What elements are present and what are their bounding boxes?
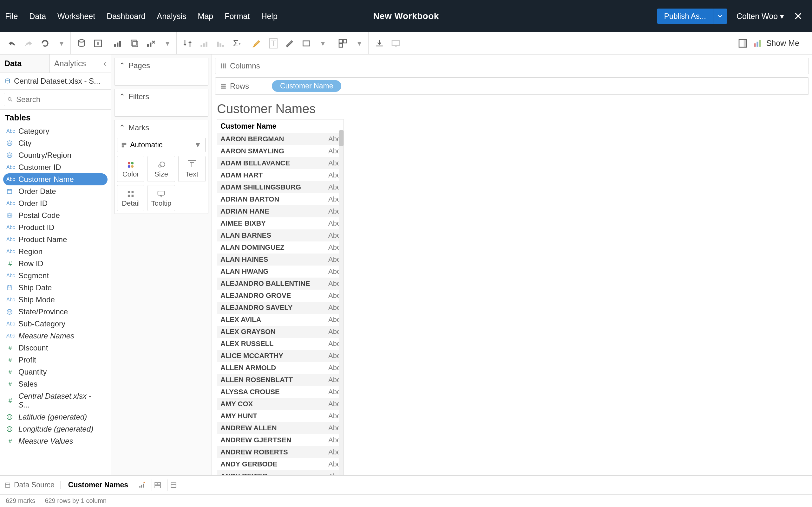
sort-asc-button[interactable] <box>198 38 210 49</box>
sort-desc-button[interactable] <box>215 38 226 49</box>
publish-dropdown[interactable] <box>713 9 727 24</box>
table-row[interactable]: ALEX GRAYSONAbc <box>217 326 344 338</box>
table-row[interactable]: ANDY GERBODEAbc <box>217 458 344 470</box>
field-item[interactable]: #Measure Values <box>3 435 107 447</box>
pill-customer-name[interactable]: Customer Name <box>272 80 341 92</box>
user-menu[interactable]: Colten Woo ▾ <box>737 12 784 21</box>
new-datasource-button[interactable] <box>76 38 87 49</box>
menu-data[interactable]: Data <box>29 12 46 21</box>
table-row[interactable]: ALEJANDRO BALLENTINEAbc <box>217 278 344 290</box>
field-item[interactable]: AbcOrder ID <box>3 198 107 210</box>
mark-text[interactable]: TText <box>178 156 206 182</box>
table-row[interactable]: AARON BERGMANAbc <box>217 133 344 145</box>
field-item[interactable]: #Row ID <box>3 258 107 270</box>
marks-type-select[interactable]: Automatic ▼ <box>117 138 206 152</box>
table-row[interactable]: ALLEN ARMOLDAbc <box>217 362 344 374</box>
table-row[interactable]: ANDY REITERAbc <box>217 470 344 475</box>
table-row[interactable]: ALYSSA CROUSEAbc <box>217 386 344 398</box>
field-item[interactable]: AbcSub-Category <box>3 318 107 330</box>
field-item[interactable]: Longitude (generated) <box>3 423 107 435</box>
undo-button[interactable] <box>6 38 18 49</box>
table-row[interactable]: ALEX RUSSELLAbc <box>217 338 344 350</box>
datasource-item[interactable]: Central Dataset.xlsx - S... <box>0 73 111 90</box>
menu-format[interactable]: Format <box>224 12 250 21</box>
tab-data[interactable]: Data <box>0 55 50 72</box>
new-dashboard-tab[interactable] <box>152 480 163 491</box>
table-row[interactable]: ADRIAN BARTONAbc <box>217 193 344 205</box>
clear-button[interactable] <box>145 38 157 49</box>
labels-button[interactable]: T <box>268 38 279 49</box>
new-story-tab[interactable] <box>167 480 179 491</box>
field-item[interactable]: AbcSegment <box>3 270 107 282</box>
mark-color[interactable]: Color <box>117 156 144 182</box>
cards-dropdown[interactable]: ▾ <box>354 38 365 49</box>
mark-tooltip[interactable]: Tooltip <box>148 185 175 211</box>
present-button[interactable] <box>390 38 402 49</box>
menu-file[interactable]: File <box>5 12 18 21</box>
menu-analysis[interactable]: Analysis <box>157 12 186 21</box>
field-item[interactable]: Order Date <box>3 185 107 198</box>
field-item[interactable]: AbcProduct ID <box>3 222 107 233</box>
table-row[interactable]: ADAM SHILLINGSBURGAbc <box>217 181 344 193</box>
filters-shelf[interactable]: ⌃Filters <box>114 89 208 117</box>
sheet-tab-customer-names[interactable]: Customer Names <box>65 476 131 494</box>
field-item[interactable]: #Quantity <box>3 366 107 378</box>
clear-dropdown[interactable]: ▾ <box>162 38 173 49</box>
table-row[interactable]: ALAN HAINESAbc <box>217 253 344 266</box>
field-item[interactable]: #Central Dataset.xlsx - S... <box>3 390 107 411</box>
table-row[interactable]: ALEJANDRO SAVELYAbc <box>217 302 344 314</box>
view-column-header[interactable]: Customer Name <box>217 119 344 133</box>
field-item[interactable]: Country/Region <box>3 149 107 161</box>
data-source-tab[interactable]: Data Source <box>4 481 61 489</box>
table-row[interactable]: ANDREW GJERTSENAbc <box>217 434 344 446</box>
field-item[interactable]: #Sales <box>3 378 107 390</box>
showme-icon-btn[interactable] <box>752 38 763 49</box>
table-row[interactable]: ALAN DOMINGUEZAbc <box>217 241 344 253</box>
redo-button[interactable] <box>23 38 34 49</box>
fit-button[interactable] <box>301 38 312 49</box>
mark-detail[interactable]: Detail <box>117 185 144 211</box>
revert-dropdown[interactable]: ▾ <box>56 38 67 49</box>
table-row[interactable]: ALICE MCCARTHYAbc <box>217 350 344 362</box>
highlight-button[interactable] <box>251 38 263 49</box>
collapse-pane[interactable]: ‹ <box>99 55 111 72</box>
table-row[interactable]: ADRIAN HANEAbc <box>217 205 344 217</box>
field-item[interactable]: #Discount <box>3 342 107 354</box>
close-button[interactable]: ✕ <box>794 10 803 22</box>
swap-button[interactable] <box>182 38 193 49</box>
table-row[interactable]: AARON SMAYLINGAbc <box>217 145 344 157</box>
table-row[interactable]: ADAM BELLAVANCEAbc <box>217 157 344 169</box>
field-item[interactable]: Postal Code <box>3 210 107 222</box>
new-worksheet-button[interactable] <box>112 38 124 49</box>
table-row[interactable]: AIMEE BIXBYAbc <box>217 217 344 229</box>
table-row[interactable]: AMY HUNTAbc <box>217 410 344 422</box>
showme-label[interactable]: Show Me <box>766 39 799 48</box>
pages-shelf[interactable]: ⌃Pages <box>114 58 208 86</box>
field-item[interactable]: AbcMeasure Names <box>3 330 107 342</box>
table-row[interactable]: ANDREW ROBERTSAbc <box>217 446 344 458</box>
menu-dashboard[interactable]: Dashboard <box>107 12 145 21</box>
view-scrollbar[interactable] <box>339 130 344 475</box>
field-item[interactable]: AbcCategory <box>3 125 107 137</box>
fit-dropdown[interactable]: ▾ <box>317 38 328 49</box>
field-item[interactable]: AbcProduct Name <box>3 233 107 245</box>
revert-button[interactable] <box>39 38 51 49</box>
field-item[interactable]: State/Province <box>3 306 107 318</box>
download-button[interactable] <box>374 38 385 49</box>
view-title[interactable]: Customer Names <box>212 95 812 119</box>
format-button[interactable] <box>284 38 296 49</box>
field-item[interactable]: #Profit <box>3 354 107 366</box>
field-item[interactable]: AbcRegion <box>3 245 107 258</box>
mark-size[interactable]: Size <box>148 156 175 182</box>
field-item[interactable]: AbcCustomer ID <box>3 161 107 173</box>
field-item[interactable]: AbcShip Mode <box>3 294 107 306</box>
field-item[interactable]: AbcCustomer Name <box>3 173 107 185</box>
table-row[interactable]: ALEX AVILAAbc <box>217 314 344 326</box>
table-row[interactable]: ALLEN ROSENBLATTAbc <box>217 374 344 386</box>
table-row[interactable]: ALEJANDRO GROVEAbc <box>217 290 344 302</box>
columns-shelf[interactable]: Columns <box>215 58 809 74</box>
rows-shelf[interactable]: Rows Customer Name <box>215 77 809 95</box>
totals-button[interactable]: Σ▾ <box>231 38 243 49</box>
field-item[interactable]: Ship Date <box>3 282 107 294</box>
table-row[interactable]: ALAN BARNESAbc <box>217 229 344 241</box>
